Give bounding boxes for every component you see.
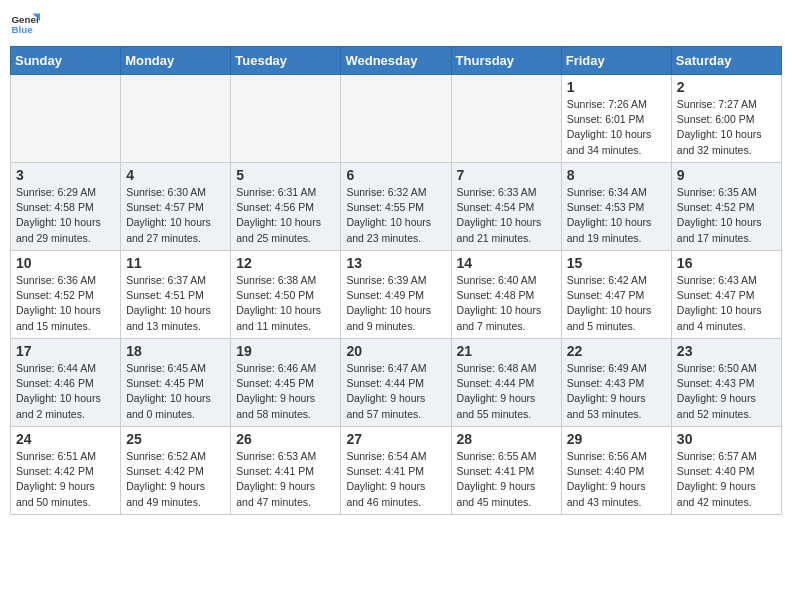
calendar-cell: 12Sunrise: 6:38 AM Sunset: 4:50 PM Dayli… (231, 251, 341, 339)
day-detail: Sunrise: 6:36 AM Sunset: 4:52 PM Dayligh… (16, 273, 115, 334)
calendar-cell (121, 75, 231, 163)
calendar-cell: 23Sunrise: 6:50 AM Sunset: 4:43 PM Dayli… (671, 339, 781, 427)
svg-text:Blue: Blue (12, 24, 34, 35)
day-detail: Sunrise: 6:34 AM Sunset: 4:53 PM Dayligh… (567, 185, 666, 246)
calendar-cell: 2Sunrise: 7:27 AM Sunset: 6:00 PM Daylig… (671, 75, 781, 163)
day-number: 27 (346, 431, 445, 447)
calendar-cell: 8Sunrise: 6:34 AM Sunset: 4:53 PM Daylig… (561, 163, 671, 251)
calendar-cell (341, 75, 451, 163)
weekday-header-monday: Monday (121, 47, 231, 75)
day-detail: Sunrise: 6:54 AM Sunset: 4:41 PM Dayligh… (346, 449, 445, 510)
day-detail: Sunrise: 6:29 AM Sunset: 4:58 PM Dayligh… (16, 185, 115, 246)
day-detail: Sunrise: 6:40 AM Sunset: 4:48 PM Dayligh… (457, 273, 556, 334)
day-number: 2 (677, 79, 776, 95)
day-number: 18 (126, 343, 225, 359)
day-detail: Sunrise: 6:44 AM Sunset: 4:46 PM Dayligh… (16, 361, 115, 422)
calendar-table: SundayMondayTuesdayWednesdayThursdayFrid… (10, 46, 782, 515)
day-detail: Sunrise: 6:55 AM Sunset: 4:41 PM Dayligh… (457, 449, 556, 510)
day-number: 16 (677, 255, 776, 271)
day-detail: Sunrise: 6:57 AM Sunset: 4:40 PM Dayligh… (677, 449, 776, 510)
day-detail: Sunrise: 6:43 AM Sunset: 4:47 PM Dayligh… (677, 273, 776, 334)
calendar-cell: 16Sunrise: 6:43 AM Sunset: 4:47 PM Dayli… (671, 251, 781, 339)
calendar-cell: 4Sunrise: 6:30 AM Sunset: 4:57 PM Daylig… (121, 163, 231, 251)
weekday-header-saturday: Saturday (671, 47, 781, 75)
day-number: 11 (126, 255, 225, 271)
day-detail: Sunrise: 7:27 AM Sunset: 6:00 PM Dayligh… (677, 97, 776, 158)
day-number: 29 (567, 431, 666, 447)
day-detail: Sunrise: 6:38 AM Sunset: 4:50 PM Dayligh… (236, 273, 335, 334)
day-number: 1 (567, 79, 666, 95)
calendar-cell: 6Sunrise: 6:32 AM Sunset: 4:55 PM Daylig… (341, 163, 451, 251)
calendar-cell: 11Sunrise: 6:37 AM Sunset: 4:51 PM Dayli… (121, 251, 231, 339)
day-number: 20 (346, 343, 445, 359)
day-detail: Sunrise: 6:45 AM Sunset: 4:45 PM Dayligh… (126, 361, 225, 422)
weekday-header-sunday: Sunday (11, 47, 121, 75)
day-number: 25 (126, 431, 225, 447)
day-number: 24 (16, 431, 115, 447)
calendar-cell: 29Sunrise: 6:56 AM Sunset: 4:40 PM Dayli… (561, 427, 671, 515)
logo: General Blue (10, 10, 40, 38)
calendar-cell: 30Sunrise: 6:57 AM Sunset: 4:40 PM Dayli… (671, 427, 781, 515)
calendar-cell: 24Sunrise: 6:51 AM Sunset: 4:42 PM Dayli… (11, 427, 121, 515)
day-detail: Sunrise: 6:52 AM Sunset: 4:42 PM Dayligh… (126, 449, 225, 510)
day-number: 4 (126, 167, 225, 183)
day-number: 23 (677, 343, 776, 359)
day-detail: Sunrise: 6:50 AM Sunset: 4:43 PM Dayligh… (677, 361, 776, 422)
calendar-cell: 9Sunrise: 6:35 AM Sunset: 4:52 PM Daylig… (671, 163, 781, 251)
day-number: 8 (567, 167, 666, 183)
page-header: General Blue (10, 10, 782, 38)
calendar-cell: 27Sunrise: 6:54 AM Sunset: 4:41 PM Dayli… (341, 427, 451, 515)
calendar-cell: 20Sunrise: 6:47 AM Sunset: 4:44 PM Dayli… (341, 339, 451, 427)
calendar-week-4: 17Sunrise: 6:44 AM Sunset: 4:46 PM Dayli… (11, 339, 782, 427)
calendar-cell (11, 75, 121, 163)
weekday-header-tuesday: Tuesday (231, 47, 341, 75)
day-number: 10 (16, 255, 115, 271)
day-number: 28 (457, 431, 556, 447)
day-detail: Sunrise: 6:48 AM Sunset: 4:44 PM Dayligh… (457, 361, 556, 422)
day-detail: Sunrise: 6:37 AM Sunset: 4:51 PM Dayligh… (126, 273, 225, 334)
day-number: 26 (236, 431, 335, 447)
calendar-cell: 5Sunrise: 6:31 AM Sunset: 4:56 PM Daylig… (231, 163, 341, 251)
logo-icon: General Blue (10, 10, 40, 38)
calendar-cell: 15Sunrise: 6:42 AM Sunset: 4:47 PM Dayli… (561, 251, 671, 339)
calendar-week-2: 3Sunrise: 6:29 AM Sunset: 4:58 PM Daylig… (11, 163, 782, 251)
day-number: 3 (16, 167, 115, 183)
day-detail: Sunrise: 6:39 AM Sunset: 4:49 PM Dayligh… (346, 273, 445, 334)
day-number: 22 (567, 343, 666, 359)
calendar-cell: 13Sunrise: 6:39 AM Sunset: 4:49 PM Dayli… (341, 251, 451, 339)
day-detail: Sunrise: 6:47 AM Sunset: 4:44 PM Dayligh… (346, 361, 445, 422)
calendar-cell: 18Sunrise: 6:45 AM Sunset: 4:45 PM Dayli… (121, 339, 231, 427)
day-detail: Sunrise: 6:33 AM Sunset: 4:54 PM Dayligh… (457, 185, 556, 246)
calendar-week-5: 24Sunrise: 6:51 AM Sunset: 4:42 PM Dayli… (11, 427, 782, 515)
calendar-cell: 19Sunrise: 6:46 AM Sunset: 4:45 PM Dayli… (231, 339, 341, 427)
day-number: 6 (346, 167, 445, 183)
day-number: 30 (677, 431, 776, 447)
day-number: 17 (16, 343, 115, 359)
calendar-cell: 21Sunrise: 6:48 AM Sunset: 4:44 PM Dayli… (451, 339, 561, 427)
day-detail: Sunrise: 6:46 AM Sunset: 4:45 PM Dayligh… (236, 361, 335, 422)
calendar-cell: 7Sunrise: 6:33 AM Sunset: 4:54 PM Daylig… (451, 163, 561, 251)
day-detail: Sunrise: 6:56 AM Sunset: 4:40 PM Dayligh… (567, 449, 666, 510)
day-detail: Sunrise: 6:53 AM Sunset: 4:41 PM Dayligh… (236, 449, 335, 510)
weekday-header-thursday: Thursday (451, 47, 561, 75)
calendar-cell: 26Sunrise: 6:53 AM Sunset: 4:41 PM Dayli… (231, 427, 341, 515)
calendar-cell: 14Sunrise: 6:40 AM Sunset: 4:48 PM Dayli… (451, 251, 561, 339)
day-number: 13 (346, 255, 445, 271)
day-detail: Sunrise: 6:42 AM Sunset: 4:47 PM Dayligh… (567, 273, 666, 334)
day-detail: Sunrise: 6:49 AM Sunset: 4:43 PM Dayligh… (567, 361, 666, 422)
calendar-week-3: 10Sunrise: 6:36 AM Sunset: 4:52 PM Dayli… (11, 251, 782, 339)
day-detail: Sunrise: 6:30 AM Sunset: 4:57 PM Dayligh… (126, 185, 225, 246)
calendar-cell: 10Sunrise: 6:36 AM Sunset: 4:52 PM Dayli… (11, 251, 121, 339)
day-number: 21 (457, 343, 556, 359)
day-number: 7 (457, 167, 556, 183)
calendar-cell: 17Sunrise: 6:44 AM Sunset: 4:46 PM Dayli… (11, 339, 121, 427)
day-detail: Sunrise: 7:26 AM Sunset: 6:01 PM Dayligh… (567, 97, 666, 158)
day-number: 9 (677, 167, 776, 183)
calendar-cell: 28Sunrise: 6:55 AM Sunset: 4:41 PM Dayli… (451, 427, 561, 515)
calendar-cell: 3Sunrise: 6:29 AM Sunset: 4:58 PM Daylig… (11, 163, 121, 251)
calendar-week-1: 1Sunrise: 7:26 AM Sunset: 6:01 PM Daylig… (11, 75, 782, 163)
weekday-header-row: SundayMondayTuesdayWednesdayThursdayFrid… (11, 47, 782, 75)
day-number: 14 (457, 255, 556, 271)
calendar-cell: 22Sunrise: 6:49 AM Sunset: 4:43 PM Dayli… (561, 339, 671, 427)
day-detail: Sunrise: 6:51 AM Sunset: 4:42 PM Dayligh… (16, 449, 115, 510)
